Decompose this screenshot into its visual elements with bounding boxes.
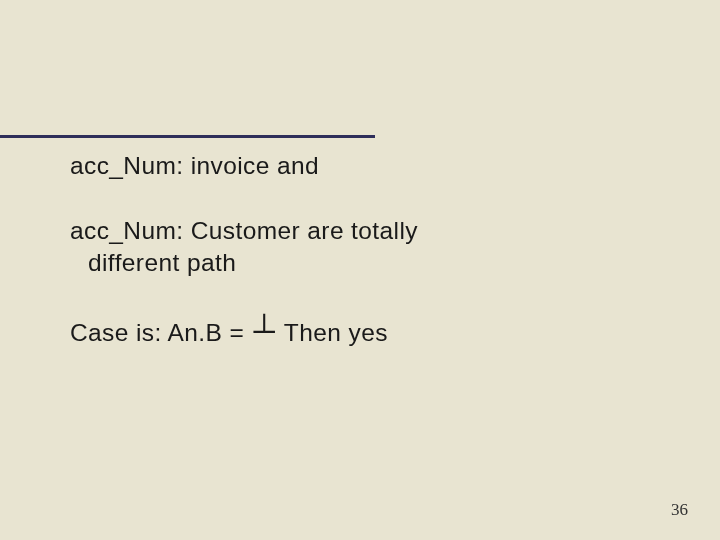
body-text-line-3-prefix: Case is: An.B = (70, 319, 251, 346)
page-number: 36 (671, 500, 688, 520)
slide-body: acc_Num: invoice and acc_Num: Customer a… (70, 150, 650, 384)
body-text-line-2a: acc_Num: Customer are totally (70, 217, 418, 244)
body-text-line-2b: different path (70, 247, 650, 278)
body-paragraph-1: acc_Num: invoice and (70, 150, 650, 181)
body-text-line-3-suffix: Then yes (277, 319, 388, 346)
body-text-line-1: acc_Num: invoice and (70, 152, 319, 179)
title-underline (0, 135, 375, 138)
body-paragraph-3: Case is: An.B = ┴ Then yes (70, 312, 650, 350)
perpendicular-symbol-icon: ┴ (251, 314, 277, 347)
body-paragraph-2: acc_Num: Customer are totally different … (70, 215, 650, 278)
